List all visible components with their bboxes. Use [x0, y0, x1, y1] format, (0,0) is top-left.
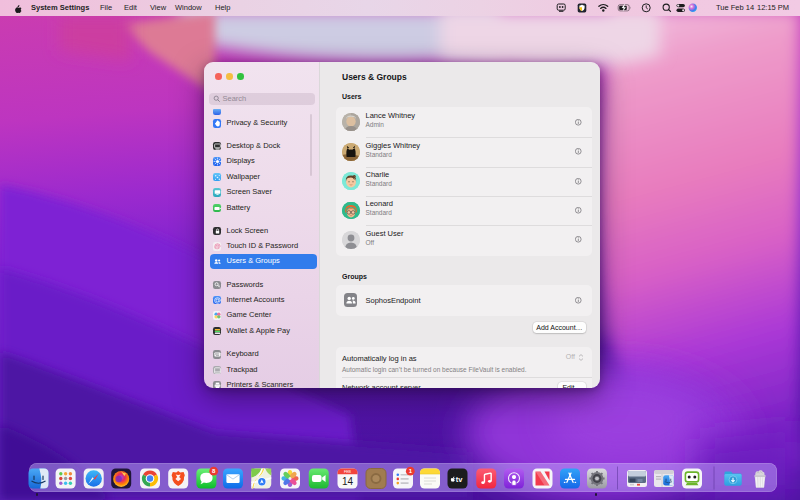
svg-text:14: 14 — [342, 476, 354, 487]
svg-text:FEB: FEB — [344, 470, 352, 474]
svg-text:tv: tv — [456, 474, 463, 483]
